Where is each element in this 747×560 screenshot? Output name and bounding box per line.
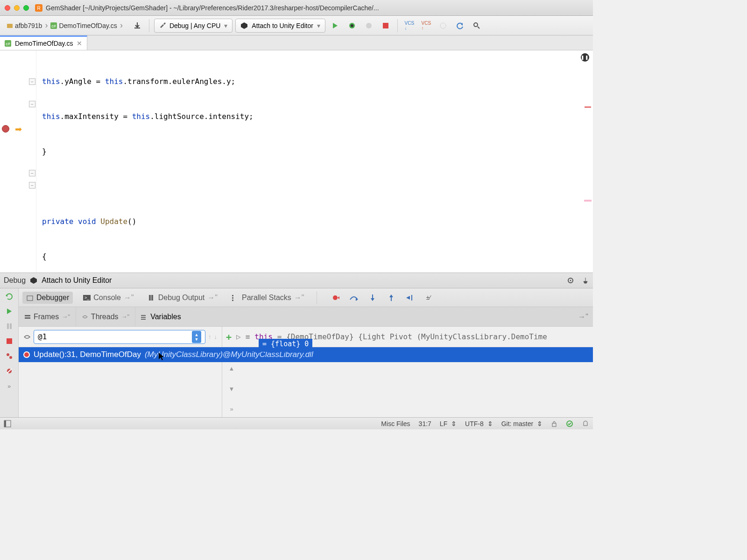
mute-breakpoints-button[interactable]: [4, 366, 14, 376]
status-git-branch[interactable]: Git: master ⇕: [501, 420, 543, 427]
resume-button[interactable]: [4, 306, 14, 316]
status-line-ending[interactable]: LF ⇕: [440, 420, 457, 427]
debugger-icon: [26, 294, 34, 301]
evaluate-button[interactable]: ±⁄: [423, 292, 435, 304]
status-context: Misc Files: [381, 420, 410, 427]
status-encoding[interactable]: UTF-8 ⇕: [465, 420, 493, 427]
csharp-file-icon: c#: [5, 40, 11, 47]
run-target-dropdown[interactable]: Attach to Unity Editor ▾: [235, 19, 325, 33]
debug-button[interactable]: [345, 19, 359, 33]
status-bar: Misc Files 31:7 LF ⇕ UTF-8 ⇕ Git: master…: [0, 417, 593, 429]
hammer-icon: [159, 22, 166, 29]
step-out-button[interactable]: [385, 292, 397, 304]
variable-value: = {DemoTimeOfDay} {Light Pivot (MyUnityC…: [277, 332, 547, 341]
svg-marker-50: [159, 353, 164, 360]
frames-pane-tab[interactable]: Frames →": [19, 307, 76, 326]
step-into-button[interactable]: [366, 292, 379, 304]
minimap-marker: [584, 200, 592, 202]
thread-dropdown[interactable]: @1 ▲▼: [34, 330, 205, 344]
stop-button[interactable]: [379, 19, 393, 33]
coverage-button[interactable]: [362, 19, 376, 33]
svg-rect-45: [25, 315, 30, 316]
build-button[interactable]: [130, 19, 144, 33]
code-content[interactable]: this.yAngle = this.transform.eulerAngles…: [36, 50, 593, 273]
pause-indicator-icon: ❚❚: [581, 53, 589, 62]
svg-marker-41: [371, 298, 374, 301]
minimap-marker: [585, 106, 591, 108]
fold-handle[interactable]: −: [29, 170, 35, 176]
svg-rect-11: [383, 23, 388, 28]
run-button[interactable]: [328, 19, 342, 33]
stop-button[interactable]: [4, 336, 14, 346]
app-icon: R: [35, 4, 43, 12]
minimize-window-button[interactable]: [14, 5, 20, 11]
editor-gutter[interactable]: − − ➡ − −: [0, 50, 36, 273]
svg-rect-2: [7, 24, 13, 28]
svg-marker-21: [6, 294, 7, 297]
code-editor[interactable]: − − ➡ − − this.yAngle = this.transform.e…: [0, 50, 593, 273]
run-to-cursor-button[interactable]: [404, 292, 416, 304]
vcs-update-button[interactable]: VCS↓: [402, 19, 416, 33]
editor-tabstrip: c# DemoTimeOfDay.cs ✕: [0, 35, 593, 50]
prev-frame-button[interactable]: ↑: [208, 333, 211, 340]
fold-handle[interactable]: −: [29, 182, 35, 189]
step-over-button[interactable]: [348, 292, 360, 304]
stack-frame-label: Update():31, DemoTimeOfDay: [34, 350, 141, 359]
expand-toggle[interactable]: ▷: [236, 332, 241, 341]
toolwindow-toggle[interactable]: [4, 420, 11, 427]
add-watch-button[interactable]: +: [226, 331, 232, 343]
breakpoints-button[interactable]: [4, 351, 14, 361]
tab-parallel-stacks[interactable]: Parallel Stacks →": [228, 292, 308, 304]
build-config-dropdown[interactable]: Debug | Any CPU ▾: [154, 19, 233, 33]
maximize-window-button[interactable]: [23, 5, 29, 11]
close-window-button[interactable]: [5, 5, 10, 11]
fold-handle[interactable]: −: [29, 78, 35, 85]
notifications-icon[interactable]: [582, 420, 589, 427]
output-icon: [148, 294, 155, 301]
pause-button[interactable]: [4, 321, 14, 331]
svg-rect-52: [4, 420, 6, 427]
inspection-ok-icon[interactable]: [566, 420, 573, 427]
pin-icon: →": [294, 294, 304, 302]
settings-button[interactable]: [567, 277, 574, 284]
vcs-commit-button[interactable]: VCS↑: [419, 19, 433, 33]
lock-icon[interactable]: [551, 420, 557, 427]
fold-handle[interactable]: −: [29, 101, 35, 107]
unity-icon: [29, 276, 38, 285]
close-tab-button[interactable]: ✕: [77, 40, 82, 47]
csharp-file-icon: c#: [50, 22, 57, 29]
variables-icon: [140, 314, 147, 320]
svg-marker-39: [338, 296, 339, 299]
scroll-down-icon[interactable]: ▼: [229, 385, 235, 392]
divider: [397, 19, 398, 32]
debug-side-toolbar: »: [0, 288, 19, 417]
breakpoint-icon[interactable]: [2, 125, 9, 133]
current-line-arrow-icon: ➡: [15, 124, 22, 134]
more-button[interactable]: »: [4, 381, 14, 391]
search-button[interactable]: [470, 19, 484, 33]
breadcrumb[interactable]: afbb791b › c# DemoTimeOfDay.cs ›: [3, 19, 127, 32]
svg-rect-37: [232, 300, 233, 301]
step-controls: ±⁄: [329, 292, 435, 304]
more-button[interactable]: »: [230, 406, 233, 413]
undo-button[interactable]: [453, 19, 467, 33]
pin-button[interactable]: [582, 277, 589, 284]
threads-pane-tab[interactable]: Threads →": [76, 307, 135, 326]
divider: [317, 291, 317, 304]
tab-console[interactable]: >_ Console →": [79, 292, 137, 304]
svg-point-26: [7, 353, 9, 356]
svg-text:c#: c#: [52, 24, 56, 28]
file-tab[interactable]: c# DemoTimeOfDay.cs ✕: [0, 35, 87, 50]
next-frame-button[interactable]: ↓: [214, 333, 218, 340]
scroll-up-icon[interactable]: ▲: [229, 365, 235, 372]
svg-point-27: [9, 356, 12, 359]
expand-icon[interactable]: →": [578, 313, 588, 321]
tab-debugger[interactable]: Debugger: [22, 292, 73, 304]
rerun-button[interactable]: [4, 291, 14, 301]
status-caret-pos[interactable]: 31:7: [419, 420, 431, 427]
tab-debug-output[interactable]: Debug Output →": [144, 292, 221, 304]
breadcrumb-file: DemoTimeOfDay.cs: [59, 22, 117, 29]
chevron-down-icon: ▾: [224, 22, 227, 29]
history-button[interactable]: [436, 19, 450, 33]
show-execution-point-button[interactable]: [329, 292, 341, 304]
